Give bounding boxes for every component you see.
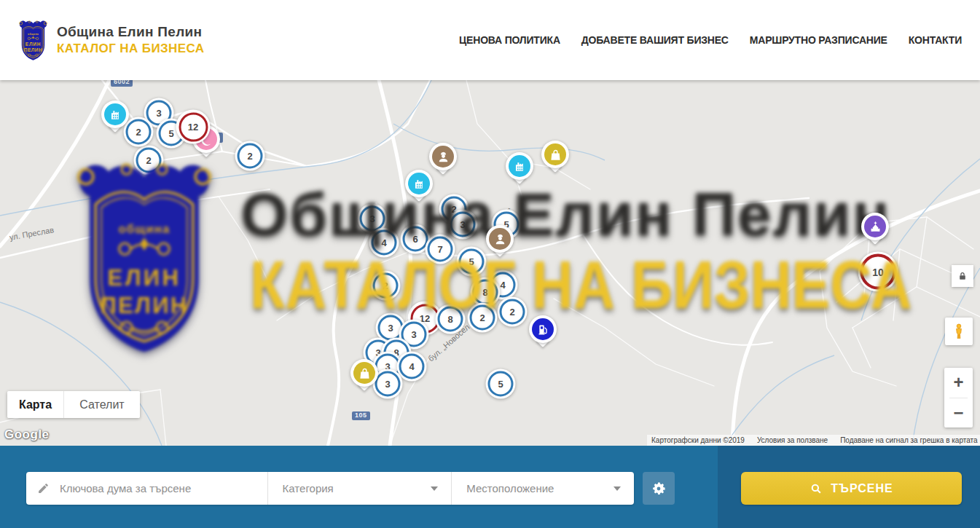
pin-head (350, 359, 378, 387)
worker-icon (432, 146, 454, 168)
nav-item-contacts[interactable]: КОНТАКТИ (909, 34, 962, 46)
chevron-down-icon (431, 486, 438, 491)
pin-head (405, 170, 433, 197)
factory-pin-marker[interactable] (405, 170, 433, 197)
category-dropdown-value: Категория (283, 482, 334, 494)
worker-pin-marker[interactable] (429, 143, 457, 170)
gear-icon (650, 480, 667, 497)
pin-head (529, 315, 557, 343)
pin-head (541, 141, 569, 168)
pencil-icon (37, 482, 50, 494)
svg-text:ЕЛИН: ЕЛИН (26, 42, 41, 47)
pegman-icon (950, 323, 968, 340)
factory-pin-marker[interactable] (101, 101, 129, 128)
search-input-group: Категория Местоположение (26, 472, 634, 505)
location-dropdown-value: Местоположение (466, 482, 554, 494)
site-title: Община Елин Пелин (57, 24, 204, 40)
factory-icon (408, 173, 430, 194)
pin-head (101, 101, 129, 128)
google-logo[interactable]: Google (4, 427, 50, 442)
worker-icon (489, 228, 511, 250)
pin-head (429, 143, 457, 170)
location-dropdown[interactable]: Местоположение (451, 472, 634, 505)
municipality-logo[interactable]: община ЕЛИН ПЕЛИН (16, 19, 50, 62)
map-type-satellite-button[interactable]: Сателит (63, 391, 140, 418)
main-nav: ЦЕНОВА ПОЛИТИКА ДОБАВЕТЕ ВАШИЯТ БИЗНЕС М… (459, 34, 962, 46)
attribution-report-error-link[interactable]: Подаване на сигнал за грешка в картата (840, 436, 977, 444)
pin-head (861, 213, 889, 240)
bag-pin-marker[interactable] (350, 359, 378, 387)
church-pin-marker[interactable] (861, 213, 889, 240)
site-header: община ЕЛИН ПЕЛИН Община Елин Пелин КАТА… (0, 0, 980, 80)
worker-pin-marker[interactable] (486, 225, 514, 253)
search-submit-button[interactable]: ТЪРСЕНЕ (741, 472, 962, 505)
attribution-copyright: Картографски данни ©2019 (651, 436, 745, 444)
map-pin-layer (0, 80, 980, 446)
google-map[interactable]: ул. Преслав бул. „Новосел ци" 6002 105 2… (0, 80, 980, 446)
svg-text:ПЕЛИН: ПЕЛИН (24, 47, 43, 52)
zoom-in-button[interactable]: + (944, 368, 973, 398)
street-view-pegman-button[interactable] (945, 318, 973, 345)
category-dropdown[interactable]: Категория (267, 472, 452, 505)
bag-pin-marker[interactable] (541, 141, 569, 168)
factory-icon (104, 103, 126, 125)
lock-control-button[interactable] (952, 265, 973, 287)
factory-pin-marker[interactable] (506, 152, 533, 180)
zoom-out-button[interactable]: − (944, 398, 973, 428)
keyword-search-input[interactable] (58, 481, 243, 495)
search-icon (810, 482, 823, 495)
church-icon (864, 216, 886, 237)
map-attribution: Картографски данни ©2019 Условия за полз… (647, 435, 980, 446)
bag-icon (544, 143, 566, 165)
page: община ЕЛИН ПЕЛИН Община Елин Пелин КАТА… (0, 0, 980, 528)
attribution-terms-link[interactable]: Условия за ползване (757, 436, 828, 444)
nav-item-add-business[interactable]: ДОБАВЕТЕ ВАШИЯТ БИЗНЕС (581, 34, 729, 46)
search-submit-label: ТЪРСЕНЕ (831, 482, 893, 495)
factory-icon (509, 155, 530, 177)
pin-head (506, 152, 533, 180)
chevron-down-icon (614, 486, 621, 491)
bag-icon (353, 362, 375, 384)
search-panel: Категория Местоположение ТЪРСЕНЕ (0, 446, 980, 528)
pin-head (486, 225, 514, 253)
fuel-icon (532, 318, 554, 340)
map-type-map-button[interactable]: Карта (7, 391, 63, 418)
nav-item-pricing[interactable]: ЦЕНОВА ПОЛИТИКА (459, 34, 560, 46)
site-title-block: Община Елин Пелин КАТАЛОГ НА БИЗНЕСА (57, 24, 204, 56)
lock-icon (957, 271, 968, 281)
zoom-control: + − (944, 368, 973, 427)
svg-text:община: община (28, 33, 39, 36)
site-subtitle: КАТАЛОГ НА БИЗНЕСА (57, 42, 204, 56)
fuel-pin-marker[interactable] (529, 315, 557, 343)
map-type-control: Карта Сателит (7, 391, 140, 418)
advanced-settings-button[interactable] (643, 472, 675, 505)
keyword-field (26, 472, 267, 505)
nav-item-route-schedule[interactable]: МАРШРУТНО РАЗПИСАНИЕ (750, 34, 887, 46)
